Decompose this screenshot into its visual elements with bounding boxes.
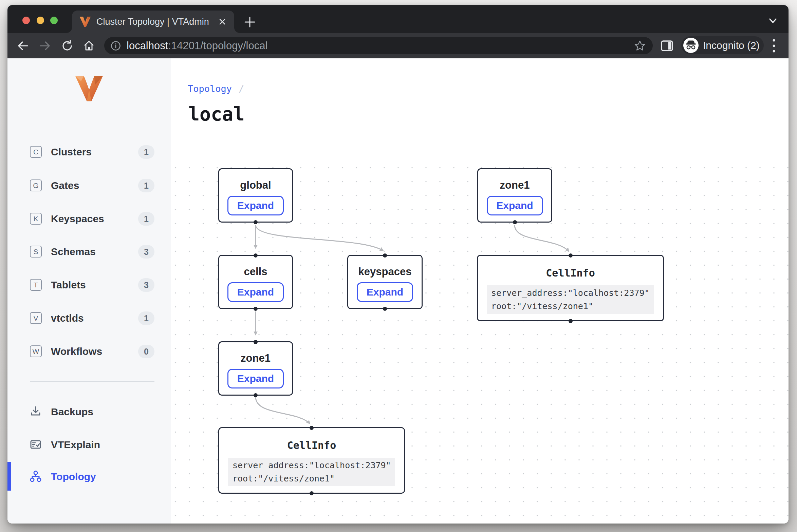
browser-tab[interactable]: Cluster Topology | VTAdmin (72, 11, 234, 33)
port (383, 253, 387, 258)
schemas-icon: S (30, 246, 42, 258)
gates-icon: G (30, 179, 42, 191)
port (513, 220, 517, 224)
sidebar-item-keyspaces[interactable]: K Keyspaces 1 (7, 207, 171, 231)
topology-node-cells: cells Expand (218, 255, 293, 309)
cellinfo-code: server_address:"localhost:2379" root:"/v… (487, 285, 654, 314)
sidebar-divider (30, 381, 154, 382)
port (254, 393, 258, 397)
address-bar[interactable]: localhost:14201/topology/local (104, 37, 653, 54)
sidebar-item-tablets[interactable]: T Tablets 3 (7, 273, 171, 297)
browser-toolbar: localhost:14201/topology/local (7, 33, 789, 58)
sidebar: C Clusters 1 G Gates 1 K Keyspaces 1 S S… (7, 58, 171, 524)
download-icon (29, 405, 42, 419)
port (569, 253, 573, 258)
minimize-window-button[interactable] (37, 17, 44, 24)
vtctlds-icon: V (30, 312, 42, 324)
port (254, 340, 258, 344)
url-text: localhost:14201/topology/local (127, 37, 267, 54)
port (254, 220, 258, 224)
sidebar-item-clusters[interactable]: C Clusters 1 (7, 140, 171, 164)
sidebar-item-vtctlds[interactable]: V vtctlds 1 (7, 306, 171, 330)
count-badge: 0 (138, 345, 154, 358)
topology-node-cellinfo-zone1: CellInfo server_address:"localhost:2379"… (477, 255, 664, 321)
side-panel-icon[interactable] (661, 40, 673, 53)
close-window-button[interactable] (22, 17, 30, 24)
close-tab-icon[interactable] (217, 17, 227, 27)
topology-icon (29, 470, 42, 484)
expand-button-global[interactable]: Expand (227, 196, 284, 215)
port (310, 491, 314, 495)
expand-button-zone1[interactable]: Expand (487, 196, 543, 215)
topology-node-cellinfo-local: CellInfo server_address:"localhost:2379"… (218, 427, 405, 494)
tablets-icon: T (30, 279, 42, 291)
incognito-icon (683, 38, 699, 53)
count-badge: 3 (138, 245, 154, 259)
incognito-label: Incognito (2) (703, 36, 760, 54)
count-badge: 3 (138, 278, 154, 292)
sidebar-item-workflows[interactable]: W Workflows 0 (7, 340, 171, 363)
port (569, 319, 573, 323)
tab-search-chevron-icon[interactable] (768, 17, 778, 26)
sidebar-item-backups[interactable]: Backups (7, 400, 171, 424)
new-tab-button[interactable] (242, 15, 257, 30)
expand-button-zone1-cell[interactable]: Expand (227, 369, 284, 388)
count-badge: 1 (138, 145, 154, 159)
workflows-icon: W (30, 345, 42, 357)
back-button[interactable] (16, 39, 30, 54)
cellinfo-code: server_address:"localhost:2379" root:"/v… (228, 458, 395, 486)
count-badge: 1 (138, 212, 154, 226)
port (310, 426, 314, 430)
topology-node-keyspaces: keyspaces Expand (347, 255, 423, 309)
vitess-favicon-icon (79, 16, 91, 29)
sidebar-item-gates[interactable]: G Gates 1 (7, 174, 171, 197)
topology-node-global: global Expand (218, 168, 293, 223)
bookmark-star-icon[interactable] (634, 40, 646, 53)
port (254, 253, 258, 258)
sidebar-item-vtexplain[interactable]: VTExplain (7, 433, 171, 457)
browser-menu-button[interactable] (772, 38, 776, 55)
forward-button[interactable] (38, 39, 52, 54)
incognito-badge[interactable]: Incognito (2) (681, 36, 764, 54)
topology-node-zone1-cell: zone1 Expand (218, 341, 293, 396)
port (383, 307, 387, 311)
tab-title: Cluster Topology | VTAdmin (96, 11, 209, 33)
site-info-icon[interactable] (110, 40, 121, 53)
expand-button-keyspaces[interactable]: Expand (357, 282, 413, 302)
port (254, 307, 258, 311)
browser-window: Cluster Topology | VTAdmin (7, 5, 789, 524)
document-check-icon (29, 438, 42, 452)
keyspaces-icon: K (30, 213, 42, 225)
tab-strip: Cluster Topology | VTAdmin (7, 5, 789, 33)
maximize-window-button[interactable] (50, 17, 58, 24)
vitess-logo (75, 75, 104, 103)
count-badge: 1 (138, 311, 154, 325)
sidebar-item-schemas[interactable]: S Schemas 3 (7, 240, 171, 264)
count-badge: 1 (138, 179, 154, 192)
clusters-icon: C (30, 146, 42, 158)
desktop: Cluster Topology | VTAdmin (0, 0, 797, 532)
topology-node-zone1: zone1 Expand (477, 168, 552, 223)
home-button[interactable] (82, 39, 96, 54)
expand-button-cells[interactable]: Expand (227, 282, 284, 302)
sidebar-item-topology[interactable]: Topology (7, 465, 171, 489)
active-nav-indicator (7, 462, 11, 491)
main-content: Topology/ local (171, 58, 789, 524)
reload-button[interactable] (60, 39, 74, 54)
